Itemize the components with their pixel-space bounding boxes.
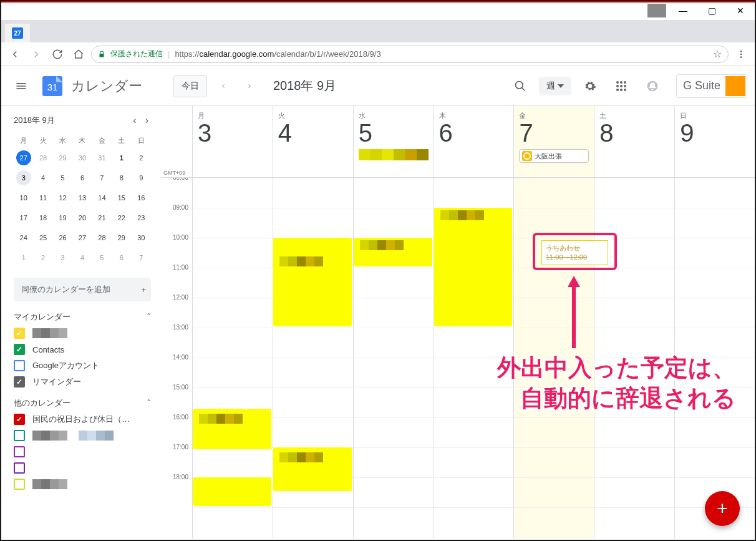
- minical-day[interactable]: 2: [133, 150, 148, 165]
- main-menu-icon[interactable]: [9, 74, 34, 99]
- calendar-event[interactable]: [273, 238, 352, 326]
- minical-day[interactable]: 9: [133, 170, 148, 185]
- minical-day[interactable]: 5: [94, 250, 109, 265]
- minical-next[interactable]: ›: [143, 114, 151, 127]
- my-calendars-header[interactable]: マイカレンダー˄: [14, 311, 151, 323]
- minical-day[interactable]: 21: [94, 210, 109, 225]
- calendar-checkbox[interactable]: [14, 414, 25, 425]
- google-apps-icon[interactable]: [609, 74, 634, 99]
- redacted-allday-event[interactable]: [359, 149, 429, 160]
- minical-day[interactable]: 3: [16, 170, 31, 185]
- calendar-event[interactable]: [193, 477, 271, 506]
- minical-day[interactable]: 8: [114, 170, 129, 185]
- nav-back-icon[interactable]: [6, 46, 24, 63]
- minical-day[interactable]: 22: [114, 210, 129, 225]
- calendar-list-item[interactable]: [14, 462, 151, 474]
- minical-day[interactable]: 20: [75, 210, 90, 225]
- calendar-checkbox[interactable]: [14, 376, 25, 387]
- calendar-checkbox[interactable]: [14, 344, 25, 355]
- calendar-list-item[interactable]: [14, 446, 151, 457]
- settings-gear-icon[interactable]: [578, 74, 603, 99]
- add-coworker-calendar[interactable]: 同僚のカレンダーを追加 +: [14, 278, 151, 301]
- minical-day[interactable]: 19: [56, 210, 70, 225]
- search-icon[interactable]: [508, 74, 533, 99]
- minical-day[interactable]: 28: [94, 230, 109, 245]
- day-header[interactable]: 土8: [594, 106, 674, 177]
- minical-day[interactable]: 5: [56, 170, 70, 185]
- nav-home-icon[interactable]: [70, 46, 87, 63]
- minical-day[interactable]: 11: [36, 190, 51, 205]
- day-column[interactable]: [273, 178, 353, 539]
- window-close[interactable]: [726, 1, 755, 20]
- calendar-list-item[interactable]: [14, 430, 151, 441]
- minical-day[interactable]: 26: [56, 230, 70, 245]
- minical-day[interactable]: 17: [16, 210, 31, 225]
- minical-day[interactable]: 4: [75, 250, 90, 265]
- today-button[interactable]: 今日: [173, 75, 207, 97]
- minical-day[interactable]: 12: [56, 190, 70, 205]
- browser-tab-strip[interactable]: 27: [1, 20, 755, 42]
- nav-forward-icon[interactable]: [27, 46, 45, 63]
- day-header[interactable]: 水5: [353, 106, 434, 177]
- minical-day[interactable]: 6: [75, 170, 90, 185]
- browser-menu-icon[interactable]: [732, 46, 750, 63]
- minical-day[interactable]: 1: [16, 250, 31, 265]
- day-column[interactable]: [192, 178, 273, 539]
- minical-day[interactable]: 23: [133, 210, 148, 225]
- avatar[interactable]: [725, 76, 745, 96]
- calendar-checkbox[interactable]: [14, 328, 25, 339]
- minical-day[interactable]: 31: [94, 150, 109, 165]
- calendar-list-item[interactable]: Contacts: [14, 344, 151, 355]
- minical-day[interactable]: 29: [114, 230, 129, 245]
- calendar-logo[interactable]: 31: [40, 74, 65, 99]
- minical-day[interactable]: 25: [36, 230, 51, 245]
- day-header[interactable]: 月3: [192, 106, 273, 177]
- declined-event[interactable]: うちあわせ 11:00～12:00: [541, 240, 608, 265]
- minical-day[interactable]: 13: [75, 190, 90, 205]
- window-maximize[interactable]: [697, 1, 726, 20]
- minical-day[interactable]: 6: [114, 250, 129, 265]
- minical-day[interactable]: 7: [133, 250, 148, 265]
- minical-day[interactable]: 2: [36, 250, 51, 265]
- minical-day[interactable]: 10: [16, 190, 31, 205]
- calendar-checkbox[interactable]: [14, 360, 25, 371]
- plus-icon[interactable]: +: [141, 285, 146, 295]
- minical-day[interactable]: 4: [36, 170, 51, 185]
- notifications-icon[interactable]: [640, 74, 665, 99]
- calendar-list-item[interactable]: リマインダー: [14, 376, 151, 387]
- day-header[interactable]: 火4: [273, 106, 353, 177]
- calendar-event[interactable]: [193, 409, 271, 449]
- calendar-checkbox[interactable]: [14, 430, 25, 441]
- minical-day[interactable]: 29: [56, 150, 70, 165]
- calendar-event[interactable]: [354, 238, 432, 266]
- calendar-checkbox[interactable]: [14, 446, 25, 457]
- calendar-event[interactable]: [273, 447, 352, 491]
- minical-prev[interactable]: ‹: [130, 114, 138, 127]
- minical-day[interactable]: 18: [36, 210, 51, 225]
- minical-day[interactable]: 3: [56, 250, 70, 265]
- minical-day[interactable]: 27: [16, 150, 31, 165]
- calendar-checkbox[interactable]: [14, 479, 25, 490]
- window-minimize[interactable]: [669, 1, 697, 20]
- nav-reload-icon[interactable]: [49, 46, 66, 63]
- calendar-event[interactable]: [434, 208, 513, 326]
- minical-day[interactable]: 24: [16, 230, 31, 245]
- day-header[interactable]: 木6: [434, 106, 514, 177]
- allday-event[interactable]: 大阪出張: [519, 149, 589, 163]
- address-bar[interactable]: 保護された通信 | https://calendar.google.com/ca…: [91, 46, 729, 63]
- calendar-checkbox[interactable]: [14, 462, 25, 474]
- minical-day[interactable]: 15: [114, 190, 129, 205]
- next-week-button[interactable]: [240, 76, 259, 96]
- browser-tab[interactable]: 27: [5, 24, 30, 42]
- minical-day[interactable]: 14: [94, 190, 109, 205]
- day-column[interactable]: [353, 178, 434, 539]
- mini-calendar[interactable]: 月火水木金土日 27282930311234567891011121314151…: [14, 134, 151, 268]
- other-calendars-header[interactable]: 他のカレンダー˄: [14, 397, 151, 409]
- minical-day[interactable]: 16: [133, 190, 148, 205]
- day-header[interactable]: 日9: [674, 106, 755, 177]
- minical-day[interactable]: 1: [114, 150, 129, 165]
- day-header[interactable]: 金7大阪出張: [513, 106, 594, 177]
- prev-week-button[interactable]: [213, 76, 233, 96]
- calendar-list-item[interactable]: Googleアカウント: [14, 360, 151, 371]
- create-event-fab[interactable]: +: [705, 491, 740, 526]
